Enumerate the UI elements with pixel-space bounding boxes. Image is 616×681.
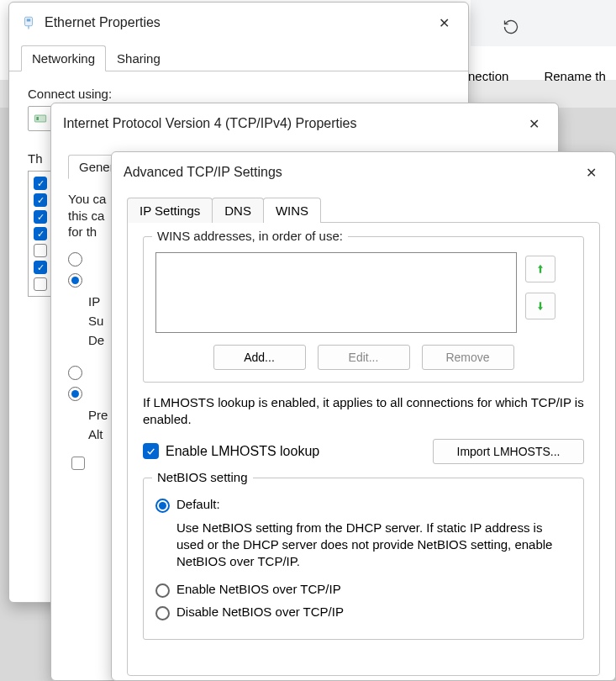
background-tab-area [471, 0, 616, 46]
move-down-button[interactable] [525, 293, 555, 319]
checkbox-icon[interactable] [34, 244, 47, 257]
ipv4-note-line: You ca [68, 192, 106, 206]
lmhosts-description: If LMHOSTS lookup is enabled, it applies… [143, 394, 584, 429]
enable-lmhosts-label: Enable LMHOSTS lookup [166, 444, 319, 459]
ipv4-note-line: for th [68, 224, 97, 239]
ipv4-close-button[interactable]: ✕ [519, 112, 548, 135]
checkbox-icon[interactable] [34, 210, 47, 224]
checkbox-icon[interactable] [34, 177, 47, 190]
enable-lmhosts-checkbox[interactable]: Enable LMHOSTS lookup [143, 443, 319, 459]
netbios-enable-label: Enable NetBIOS over TCP/IP [176, 582, 341, 596]
tab-dns[interactable]: DNS [212, 198, 264, 223]
arrow-down-icon [534, 300, 546, 312]
wins-address-list[interactable] [155, 252, 517, 333]
checkbox-checked-icon [143, 443, 159, 459]
svg-rect-4 [36, 117, 39, 120]
add-button[interactable]: Add... [213, 345, 306, 370]
wins-panel: WINS addresses, in order of use: Add... [127, 222, 600, 676]
advanced-tabs: IP Settings DNS WINS [127, 198, 600, 223]
wins-addresses-group: WINS addresses, in order of use: Add... [143, 236, 584, 383]
radio-icon [155, 583, 170, 598]
svg-rect-3 [34, 115, 45, 122]
refresh-icon[interactable] [499, 15, 523, 39]
ethernet-close-button[interactable]: ✕ [429, 11, 458, 34]
advanced-tcpip-window: Advanced TCP/IP Settings ✕ IP Settings D… [111, 151, 616, 681]
netbios-group: NetBIOS setting Default: Use NetBIOS set… [143, 478, 584, 641]
ethernet-icon [21, 15, 36, 30]
checkbox-icon[interactable] [34, 261, 47, 274]
ethernet-titlebar: Ethernet Properties ✕ [9, 3, 468, 40]
tab-sharing[interactable]: Sharing [106, 45, 171, 71]
checkbox-icon[interactable] [34, 227, 47, 240]
remove-button[interactable]: Remove [422, 345, 514, 370]
checkbox-icon[interactable] [34, 277, 47, 291]
validate-checkbox[interactable] [71, 457, 85, 470]
netbios-group-title: NetBIOS setting [152, 470, 253, 484]
radio-selected-icon [155, 499, 170, 513]
ethernet-tabs: Networking Sharing [9, 40, 468, 71]
action-link-rename[interactable]: Rename th [544, 69, 605, 83]
netbios-disable-option[interactable]: Disable NetBIOS over TCP/IP [155, 604, 571, 620]
netbios-default-option[interactable]: Default: [155, 497, 571, 513]
advanced-titlebar: Advanced TCP/IP Settings ✕ [112, 152, 615, 189]
tab-networking[interactable]: Networking [21, 45, 106, 71]
advanced-title: Advanced TCP/IP Settings [124, 165, 282, 180]
connect-using-label: Connect using: [28, 87, 450, 101]
edit-button[interactable]: Edit... [318, 345, 410, 370]
tab-wins[interactable]: WINS [263, 198, 321, 223]
move-up-button[interactable] [525, 256, 555, 282]
ethernet-title: Ethernet Properties [45, 15, 161, 30]
nic-icon [34, 112, 47, 125]
import-lmhosts-button[interactable]: Import LMHOSTS... [433, 439, 584, 464]
netbios-enable-option[interactable]: Enable NetBIOS over TCP/IP [155, 582, 571, 598]
ipv4-note-line: this ca [68, 209, 104, 223]
netbios-disable-label: Disable NetBIOS over TCP/IP [176, 604, 344, 619]
arrow-up-icon [534, 263, 546, 275]
netbios-default-desc: Use NetBIOS setting from the DHCP server… [155, 520, 571, 571]
ipv4-title: Internet Protocol Version 4 (TCP/IPv4) P… [63, 116, 356, 131]
ipv4-titlebar: Internet Protocol Version 4 (TCP/IPv4) P… [51, 103, 558, 140]
svg-rect-1 [27, 19, 31, 22]
tab-ip-settings[interactable]: IP Settings [127, 198, 213, 223]
radio-icon [155, 606, 170, 620]
advanced-close-button[interactable]: ✕ [577, 161, 605, 184]
wins-group-title: WINS addresses, in order of use: [152, 229, 348, 243]
checkbox-icon[interactable] [34, 193, 47, 207]
action-link-connection[interactable]: nection [468, 69, 508, 83]
netbios-default-label: Default: [176, 497, 220, 511]
